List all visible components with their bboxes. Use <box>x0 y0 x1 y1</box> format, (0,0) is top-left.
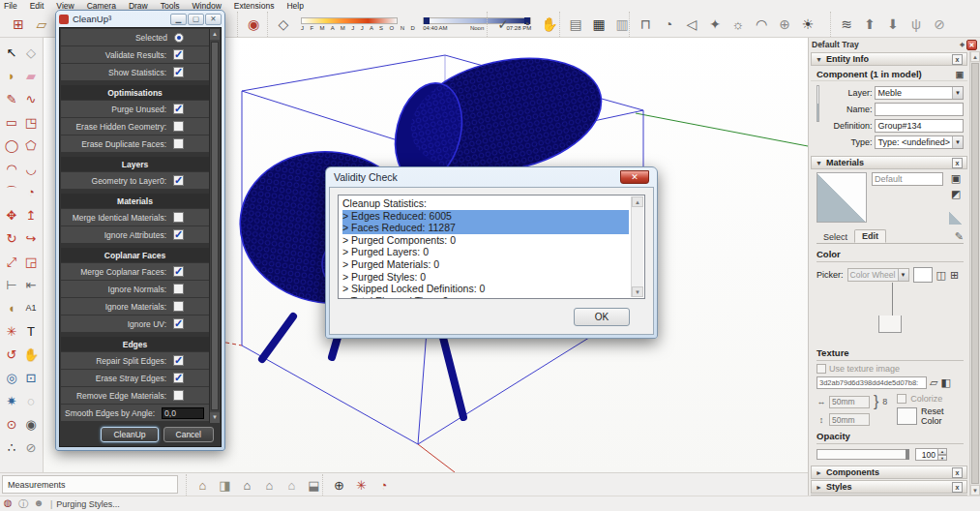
option-checkbox[interactable] <box>173 284 184 294</box>
option-checkbox[interactable] <box>173 229 184 240</box>
texture-height-field[interactable]: 50mm <box>829 413 870 426</box>
scale-tool[interactable]: ⤢ <box>2 250 21 273</box>
rotated-rectangle-tool[interactable]: ◳ <box>21 110 41 134</box>
option-checkbox[interactable] <box>173 355 184 366</box>
paint-bucket-tool[interactable]: ◗ <box>2 64 21 87</box>
review-model-button[interactable]: ◔ <box>515 13 538 36</box>
position-camera-tool[interactable]: ⊙ <box>2 412 21 436</box>
definition-field[interactable]: Group#134 <box>875 119 964 133</box>
validity-scroll-up-icon[interactable]: ▲ <box>632 196 643 207</box>
validity-ok-button[interactable]: OK <box>574 308 630 326</box>
make-component-tool[interactable]: ◇ <box>21 41 41 64</box>
cleanup-cancel-button[interactable]: Cancel <box>163 427 214 442</box>
texture-image-field[interactable]: 3d2ab79d6d398dd4de5d07b8: <box>817 376 927 389</box>
two-point-arc-tool[interactable]: ◡ <box>21 157 41 180</box>
view-top-button[interactable]: ⌂ <box>281 475 303 495</box>
sign-in-icon[interactable]: ☻ <box>31 497 46 511</box>
pan-tool[interactable]: ✋ <box>21 343 41 366</box>
validity-results-text[interactable]: ▲ ▼ Cleanup Statistics:> Edges Reduced: … <box>338 195 645 299</box>
chevron-down-icon[interactable]: ▼ <box>952 136 963 148</box>
material-name-field[interactable]: Default <box>872 172 943 186</box>
menu-extensions[interactable]: Extensions <box>234 1 275 11</box>
validity-scrollbar[interactable]: ▲ ▼ <box>631 196 643 297</box>
unfold-down-button[interactable]: ⬇ <box>881 13 905 36</box>
pie-tool[interactable]: ◔ <box>21 180 41 203</box>
section-close-icon[interactable]: x <box>952 482 963 493</box>
layer-select[interactable]: Meble ▼ <box>875 86 964 100</box>
open-model-button[interactable]: ▱ <box>30 13 53 36</box>
globe-light-button[interactable]: ⊕ <box>773 13 796 36</box>
tray-close-icon[interactable]: ✕ <box>966 40 977 50</box>
type-select[interactable]: Type: <undefined> ▼ <box>875 135 964 149</box>
sun-dark-button[interactable]: ☀ <box>796 13 819 36</box>
hand-review-button[interactable]: ✋ <box>538 13 561 36</box>
back-to-model-icon[interactable]: ▣ <box>951 172 961 185</box>
eyedropper-icon[interactable]: ✎ <box>955 230 964 243</box>
time-knob-start[interactable] <box>424 17 430 24</box>
grass-button[interactable]: ψ <box>905 13 928 36</box>
materials-close-icon[interactable]: x <box>952 158 963 168</box>
orbit-tool[interactable]: ↺ <box>2 343 21 366</box>
axes-camera-button[interactable]: ✳ <box>350 475 372 495</box>
use-texture-checkbox[interactable] <box>817 364 826 374</box>
view-iso-button[interactable]: ⌂ <box>192 475 214 495</box>
follow-me-tool[interactable]: ↪ <box>21 226 41 250</box>
reset-color-swatch[interactable] <box>897 407 917 425</box>
window-panel-button[interactable]: ▤ <box>564 13 587 36</box>
orbit-camera-button[interactable]: ⊕ <box>328 475 350 495</box>
aspect-lock-icon[interactable]: 8 <box>882 397 887 406</box>
entity-info-close-icon[interactable]: x <box>952 54 963 65</box>
cleanup-title-bar[interactable]: CleanUp³ ▁ ▢ ✕ <box>56 11 224 27</box>
chevron-down-icon[interactable]: ▼ <box>952 87 963 99</box>
fold-layers-button[interactable]: ≋ <box>835 13 858 36</box>
zoom-tool[interactable]: ◎ <box>2 366 21 389</box>
text-tool[interactable]: A1 <box>21 296 41 319</box>
opacity-slider-thumb[interactable] <box>906 449 909 460</box>
option-checkbox[interactable] <box>173 390 184 401</box>
option-checkbox[interactable] <box>173 373 184 383</box>
protractor-camera-button[interactable]: ◔ <box>372 475 395 495</box>
entity-info-header[interactable]: ▼ Entity Info x <box>811 52 967 66</box>
pin-icon[interactable]: ⌖ <box>960 40 965 50</box>
browse-texture-icon[interactable]: ▱ <box>930 376 937 389</box>
scroll-up-icon[interactable]: ▲ <box>210 29 220 40</box>
option-checkbox[interactable] <box>173 121 184 132</box>
geolocation-icon[interactable]: ◍ <box>0 497 15 511</box>
new-model-button[interactable]: ⊞ <box>7 13 30 36</box>
option-checkbox[interactable] <box>173 67 184 77</box>
option-checkbox[interactable] <box>173 49 184 60</box>
validity-check-button[interactable]: ✓ <box>491 13 515 36</box>
sun-light-button[interactable]: ☼ <box>727 13 750 36</box>
tray-title-bar[interactable]: Default Tray ⌖ ✕ <box>809 38 980 51</box>
tab-edit[interactable]: Edit <box>854 229 886 243</box>
tab-select[interactable]: Select <box>817 231 854 243</box>
match-screen-color-icon[interactable]: ⊞ <box>950 269 959 282</box>
scroll-thumb[interactable] <box>211 42 219 410</box>
opacity-value-field[interactable]: 100 <box>915 448 938 461</box>
three-point-arc-tool[interactable]: ⌒ <box>2 180 21 203</box>
tray-section-styles[interactable]: ►Stylesx <box>811 480 967 494</box>
menu-help[interactable]: Help <box>286 1 303 11</box>
toggle-panes-icon[interactable]: ▣ <box>955 70 964 79</box>
menu-file[interactable]: File <box>4 1 17 11</box>
validity-close-button[interactable]: ✕ <box>620 170 649 184</box>
cleanup-run-button[interactable]: CleanUp <box>101 427 158 442</box>
menu-draw[interactable]: Draw <box>129 1 148 11</box>
menu-edit[interactable]: Edit <box>30 1 45 11</box>
months-gradient-bar[interactable] <box>301 17 398 24</box>
tray-scroll-up-icon[interactable]: ▲ <box>970 51 980 62</box>
axes-tool[interactable]: ✳ <box>2 319 21 343</box>
view-left-button[interactable]: ◨ <box>214 475 236 495</box>
line-tool[interactable]: ✎ <box>2 87 21 110</box>
area-light-button[interactable]: ✦ <box>703 13 727 36</box>
polygon-tool[interactable]: ⬠ <box>21 134 41 157</box>
opacity-slider[interactable] <box>817 449 909 460</box>
name-field[interactable] <box>875 103 964 116</box>
validity-scroll-down-icon[interactable]: ▼ <box>632 286 643 297</box>
no-vegetation-button[interactable]: ⊘ <box>928 13 951 36</box>
option-checkbox[interactable] <box>173 104 184 114</box>
view-front-button[interactable]: ⌂ <box>236 475 258 495</box>
sphere-light-button[interactable]: ◔ <box>657 13 680 36</box>
3d-text-tool[interactable]: T <box>21 319 41 343</box>
model-info-button[interactable]: ◉ <box>242 13 265 36</box>
